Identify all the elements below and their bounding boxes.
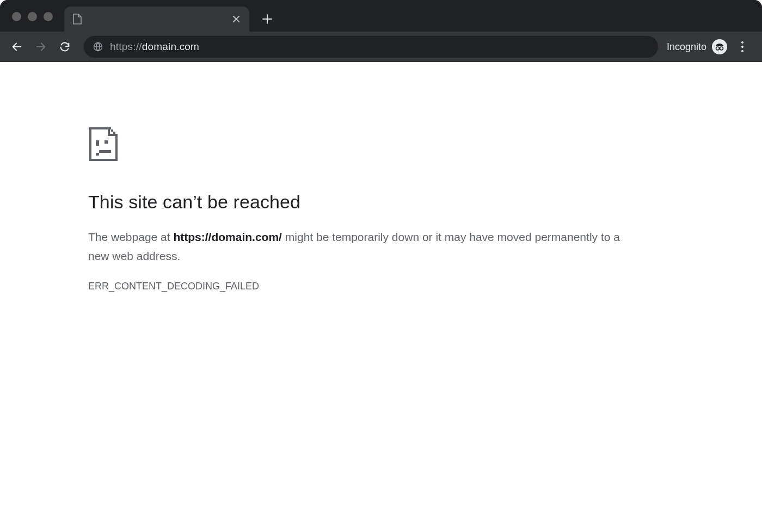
window-minimize-button[interactable] [28, 12, 37, 21]
svg-rect-13 [96, 140, 99, 146]
url-text: https://domain.com [110, 41, 199, 53]
incognito-icon[interactable] [712, 39, 727, 54]
incognito-label: Incognito [667, 41, 706, 53]
forward-button[interactable] [30, 36, 51, 57]
new-tab-button[interactable] [258, 10, 276, 28]
svg-rect-6 [89, 159, 118, 161]
browser-chrome: https://domain.com Incognito [0, 0, 762, 62]
svg-rect-4 [115, 135, 118, 161]
sad-page-icon [88, 126, 119, 162]
svg-rect-16 [96, 153, 99, 156]
svg-rect-5 [89, 127, 109, 129]
browser-menu-button[interactable] [733, 37, 752, 57]
url-scheme: https:// [110, 41, 142, 52]
error-code: ERR_CONTENT_DECODING_FAILED [88, 281, 762, 292]
tab-strip [0, 0, 762, 32]
svg-rect-15 [99, 150, 111, 153]
error-description: The webpage at https://domain.com/ might… [88, 228, 632, 265]
reload-button[interactable] [54, 36, 75, 57]
svg-rect-7 [109, 127, 111, 129]
svg-point-1 [716, 47, 720, 50]
svg-rect-3 [89, 127, 91, 161]
url-host: domain.com [142, 41, 200, 52]
error-heading: This site can’t be reached [88, 191, 762, 213]
window-close-button[interactable] [12, 12, 21, 21]
svg-rect-9 [113, 132, 115, 134]
close-tab-button[interactable] [231, 14, 242, 24]
address-bar[interactable]: https://domain.com [84, 36, 658, 58]
document-icon [72, 14, 83, 24]
toolbar-right: Incognito [667, 37, 755, 57]
error-body-url: https://domain.com/ [173, 231, 282, 243]
svg-rect-8 [111, 129, 113, 132]
back-button[interactable] [7, 36, 27, 57]
toolbar: https://domain.com Incognito [0, 32, 762, 62]
globe-icon [93, 41, 103, 52]
error-body-prefix: The webpage at [88, 231, 173, 243]
svg-rect-12 [108, 134, 116, 136]
svg-rect-14 [105, 140, 108, 144]
window-controls [12, 12, 53, 21]
page-content: This site can’t be reached The webpage a… [0, 62, 762, 532]
svg-point-2 [720, 47, 723, 50]
active-tab[interactable] [64, 7, 249, 32]
window-maximize-button[interactable] [44, 12, 53, 21]
